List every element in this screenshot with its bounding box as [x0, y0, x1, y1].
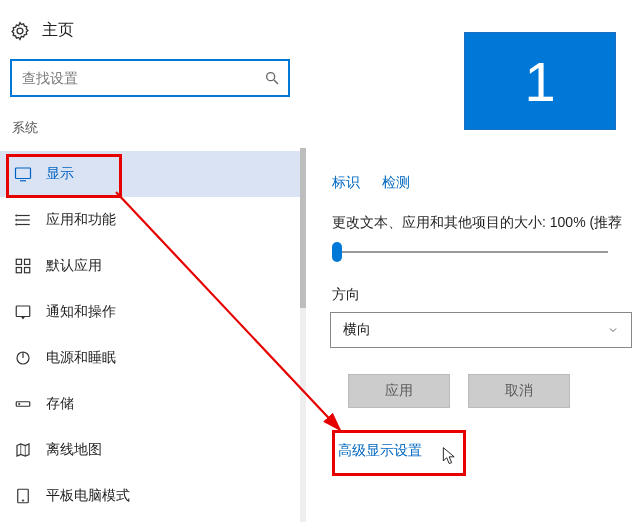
slider-track — [340, 251, 608, 253]
svg-point-0 — [267, 73, 275, 81]
display-number: 1 — [524, 49, 555, 114]
map-icon — [14, 441, 32, 459]
svg-rect-13 — [25, 268, 30, 273]
nav-label: 离线地图 — [46, 441, 102, 459]
sidebar: 主页 系统 显示 应用和功能 默认应用 通知和操作 电源和睡眠 存储 — [0, 0, 300, 522]
nav-label: 应用和功能 — [46, 211, 116, 229]
nav-label: 存储 — [46, 395, 74, 413]
svg-rect-14 — [16, 306, 30, 317]
search-icon — [264, 70, 280, 86]
scale-slider[interactable] — [332, 246, 608, 258]
svg-point-22 — [22, 500, 24, 502]
tablet-icon — [14, 487, 32, 505]
svg-rect-10 — [16, 259, 21, 264]
scrollbar-thumb[interactable] — [300, 148, 306, 308]
svg-line-1 — [274, 80, 278, 84]
apps-icon — [14, 211, 32, 229]
apply-button[interactable]: 应用 — [348, 374, 450, 408]
storage-icon — [14, 395, 32, 413]
cancel-button[interactable]: 取消 — [468, 374, 570, 408]
slider-thumb[interactable] — [332, 242, 342, 262]
nav-item-default-apps[interactable]: 默认应用 — [0, 243, 300, 289]
nav-item-tablet[interactable]: 平板电脑模式 — [0, 473, 300, 519]
display-icon — [14, 165, 32, 183]
svg-rect-2 — [16, 168, 31, 179]
notifications-icon — [14, 303, 32, 321]
nav-label: 电源和睡眠 — [46, 349, 116, 367]
dropdown-value: 横向 — [343, 321, 371, 339]
nav-label: 显示 — [46, 165, 74, 183]
orientation-label: 方向 — [332, 286, 640, 304]
home-button[interactable]: 主页 — [0, 0, 300, 59]
nav-item-power[interactable]: 电源和睡眠 — [0, 335, 300, 381]
detect-link[interactable]: 检测 — [382, 174, 410, 192]
default-apps-icon — [14, 257, 32, 275]
nav-item-apps[interactable]: 应用和功能 — [0, 197, 300, 243]
nav-item-offline-maps[interactable]: 离线地图 — [0, 427, 300, 473]
nav-item-display[interactable]: 显示 — [0, 151, 300, 197]
orientation-dropdown[interactable]: 横向 — [330, 312, 632, 348]
gear-icon — [10, 21, 30, 41]
nav-item-notifications[interactable]: 通知和操作 — [0, 289, 300, 335]
display-preview[interactable]: 1 — [464, 32, 616, 130]
svg-rect-11 — [25, 259, 30, 264]
search-box[interactable] — [10, 59, 290, 97]
chevron-down-icon — [607, 324, 619, 336]
search-input[interactable] — [20, 69, 256, 87]
power-icon — [14, 349, 32, 367]
nav-item-storage[interactable]: 存储 — [0, 381, 300, 427]
scale-label: 更改文本、应用和其他项目的大小: 100% (推荐 — [332, 214, 640, 232]
advanced-display-link[interactable]: 高级显示设置 — [338, 442, 642, 460]
scrollbar[interactable] — [300, 148, 306, 522]
home-label: 主页 — [42, 20, 74, 41]
category-label: 系统 — [0, 115, 300, 147]
nav-label: 平板电脑模式 — [46, 487, 130, 505]
identify-link[interactable]: 标识 — [332, 174, 360, 192]
nav-list: 显示 应用和功能 默认应用 通知和操作 电源和睡眠 存储 离线地图 平板电脑模 — [0, 147, 300, 519]
main-panel: 1 标识 检测 更改文本、应用和其他项目的大小: 100% (推荐 方向 横向 … — [330, 0, 642, 522]
nav-label: 默认应用 — [46, 257, 102, 275]
nav-label: 通知和操作 — [46, 303, 116, 321]
svg-rect-12 — [16, 268, 21, 273]
svg-point-18 — [19, 403, 21, 405]
